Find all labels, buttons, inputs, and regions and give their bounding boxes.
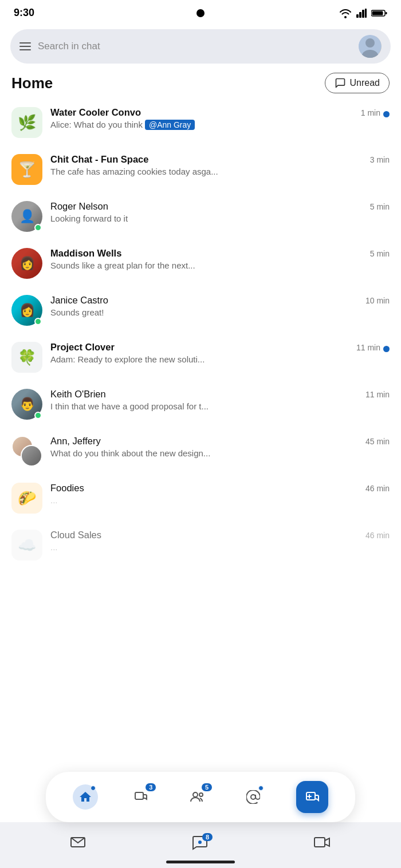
svg-rect-10 (135, 792, 143, 799)
chat-time-roger: 5 min (370, 202, 390, 211)
hamburger-icon[interactable] (19, 42, 31, 50)
chat-item-foodies[interactable]: 🌮 Foodies 46 min ... (0, 475, 401, 522)
chat-preview-project-clover: Adam: Ready to explore the new soluti... (50, 354, 390, 364)
chat-preview-roger: Looking forward to it (50, 214, 390, 223)
chat-preview-janice: Sounds great! (50, 307, 390, 317)
chat-content-roger: Roger Nelson 5 min Looking forward to it (50, 201, 390, 223)
chat-avatar-maddison: 👩 (11, 248, 42, 279)
svg-rect-19 (314, 838, 325, 847)
nav-fab[interactable] (289, 778, 335, 816)
chat-time-maddison: 5 min (370, 249, 390, 258)
chat-name-maddison: Maddison Wells (50, 248, 121, 259)
chat-list: 🌿 Water Cooler Convo 1 min Alice: What d… (0, 99, 401, 569)
svg-rect-1 (359, 12, 361, 18)
bottom-bar-mail[interactable] (70, 835, 86, 849)
chat-name-project-clover: Project Clover (50, 342, 115, 353)
new-chat-icon (305, 790, 320, 804)
chat-time-foodies: 46 min (365, 484, 390, 493)
chat-preview-ann-jeffery: What do you think about the new design..… (50, 448, 390, 458)
svg-rect-0 (356, 14, 359, 18)
chat-item-project-clover[interactable]: 🍀 Project Clover 11 min Adam: Ready to e… (0, 334, 401, 381)
chat-avatar-water-cooler: 🌿 (11, 107, 42, 138)
svg-point-8 (365, 38, 375, 48)
chat-name-janice: Janice Castro (50, 295, 108, 306)
unread-dot-water-cooler (383, 111, 390, 117)
camera-dot (196, 9, 205, 17)
online-dot-keith (34, 412, 42, 419)
status-time: 9:30 (14, 7, 34, 19)
chat-content-ann-jeffery: Ann, Jeffery 45 min What do you think ab… (50, 436, 390, 458)
chat-avatar-foodies: 🌮 (11, 483, 42, 514)
nav-item-home[interactable] (66, 781, 105, 813)
chat-preview-foodies: ... (50, 495, 390, 505)
svg-rect-5 (372, 11, 383, 15)
chat-item-roger[interactable]: 👤 Roger Nelson 5 min Looking forward to … (0, 193, 401, 240)
home-indicator (166, 861, 235, 863)
chat-item-janice[interactable]: 👩 Janice Castro 10 min Sounds great! (0, 287, 401, 334)
unread-label: Unread (350, 78, 380, 88)
mention-tag: @Ann Gray (145, 120, 195, 130)
chat-preview-water-cooler: Alice: What do you think@Ann Gray (50, 120, 390, 130)
chat-time-project-clover: 11 min (356, 343, 380, 352)
bottom-bar-video[interactable] (314, 836, 331, 849)
chat-time-chit-chat: 3 min (370, 155, 390, 164)
chat-content-cloud-sales: Cloud Sales 46 min ... (50, 530, 390, 552)
chat-nav-icon (134, 790, 148, 804)
svg-point-11 (193, 792, 198, 797)
chat-content-foodies: Foodies 46 min ... (50, 483, 390, 505)
home-nav-dot (91, 786, 96, 791)
mail-icon (70, 835, 86, 849)
bottom-bar-chat[interactable]: 8 (192, 834, 208, 850)
svg-point-13 (251, 795, 255, 799)
chat-content-janice: Janice Castro 10 min Sounds great! (50, 295, 390, 317)
chat-name-keith: Keith O'Brien (50, 389, 106, 400)
chat-preview-keith: I thin that we have a good proposal for … (50, 401, 390, 411)
online-dot-roger (34, 224, 42, 231)
chat-avatar-chit-chat: 🍸 (11, 154, 42, 185)
chat-time-keith: 11 min (365, 390, 390, 399)
chat-content-water-cooler: Water Cooler Convo 1 min Alice: What do … (50, 107, 390, 130)
chat-time-cloud-sales: 46 min (365, 531, 390, 540)
page-header: Home Unread (0, 69, 401, 99)
wifi-icon (339, 8, 352, 18)
chat-item-chit-chat[interactable]: 🍸 Chit Chat - Fun Space 3 min The cafe h… (0, 146, 401, 193)
chat-name-cloud-sales: Cloud Sales (50, 530, 101, 540)
video-icon (314, 836, 331, 849)
chat-avatar-janice: 👩 (11, 295, 42, 326)
chat-name-roger: Roger Nelson (50, 201, 108, 212)
chat-avatar-cloud-sales: ☁️ (11, 530, 42, 561)
teams-icon (190, 790, 205, 804)
nav-item-chat[interactable]: 3 (121, 781, 160, 813)
user-avatar[interactable] (359, 35, 382, 58)
unread-button[interactable]: Unread (325, 73, 390, 93)
chat-item-keith[interactable]: 👨 Keith O'Brien 11 min I thin that we ha… (0, 381, 401, 428)
chat-content-maddison: Maddison Wells 5 min Sounds like a great… (50, 248, 390, 270)
svg-rect-3 (365, 9, 367, 18)
chat-item-ann-jeffery[interactable]: Ann, Jeffery 45 min What do you think ab… (0, 428, 401, 475)
search-bar[interactable]: Search in chat (10, 29, 391, 64)
chat-item-maddison[interactable]: 👩 Maddison Wells 5 min Sounds like a gre… (0, 240, 401, 287)
svg-rect-6 (386, 12, 387, 14)
float-nav: 3 5 (46, 772, 355, 822)
search-placeholder: Search in chat (38, 41, 352, 52)
home-icon (78, 790, 92, 804)
chat-item-cloud-sales[interactable]: ☁️ Cloud Sales 46 min ... (0, 522, 401, 569)
svg-point-18 (198, 841, 202, 844)
nav-item-teams[interactable]: 5 (178, 781, 217, 813)
chat-content-chit-chat: Chit Chat - Fun Space 3 min The cafe has… (50, 154, 390, 176)
chat-avatar-roger: 👤 (11, 201, 42, 232)
mentions-nav-dot (258, 786, 264, 791)
svg-point-12 (199, 793, 203, 796)
chat-name-chit-chat: Chit Chat - Fun Space (50, 154, 148, 165)
chat-content-project-clover: Project Clover 11 min Adam: Ready to exp… (50, 342, 390, 364)
teams-nav-badge: 5 (202, 783, 212, 791)
chat-preview-cloud-sales: ... (50, 542, 390, 552)
chat-preview-chit-chat: The cafe has amazing cookies today asga.… (50, 167, 390, 176)
page-title: Home (11, 74, 53, 92)
chat-content-keith: Keith O'Brien 11 min I thin that we have… (50, 389, 390, 411)
signal-icon (356, 9, 367, 18)
nav-item-mentions[interactable] (234, 781, 273, 813)
chat-avatar-keith: 👨 (11, 389, 42, 420)
chat-time-water-cooler: 1 min (361, 108, 380, 117)
chat-item-water-cooler[interactable]: 🌿 Water Cooler Convo 1 min Alice: What d… (0, 99, 401, 146)
